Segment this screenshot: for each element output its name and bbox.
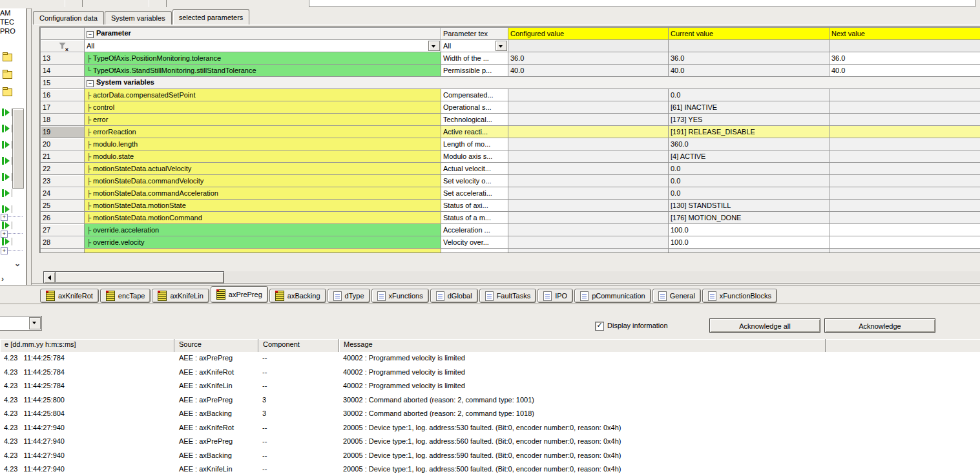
parameter-text-cell[interactable]: Operational s... [441,101,508,114]
axis-icon[interactable] [1,189,13,197]
row-number-cell[interactable]: 18 [41,114,85,126]
parameter-text-cell[interactable]: Length of mo... [441,138,508,150]
next-value-cell[interactable] [829,200,980,212]
sheet-tab-FaultTasks[interactable]: FaultTasks [479,289,537,303]
current-value-cell[interactable]: [130] STANDSTILL [669,200,829,212]
tree-item-label-fragment[interactable]: AM [0,9,11,17]
alarm-row[interactable]: 4.23 11:44:27:940 AEE : axPrePreg -- 200… [0,435,980,450]
parameter-text-cell[interactable]: Active reacti... [441,126,508,138]
parameter-text-cell[interactable] [441,249,508,254]
parameter-text-cell[interactable]: Technological... [441,114,508,126]
axis-icon[interactable] [1,157,13,165]
tree-scroll-down-icon[interactable]: ⌄ [14,259,21,268]
next-value-cell[interactable] [829,175,980,187]
current-value-cell[interactable]: 100.0 [669,224,829,236]
next-value-cell[interactable] [829,187,980,200]
tab-system-variables[interactable]: System variables [105,11,172,25]
next-value-cell[interactable]: 36.0 [829,52,980,65]
dropdown-arrow-icon[interactable] [428,41,440,51]
message-column-header[interactable]: Message [339,339,826,353]
row-number-cell[interactable]: 19 [41,126,85,138]
parameter-name-cell[interactable]: ├modulo.length [85,138,441,150]
current-value-cell[interactable]: [173] YES [669,114,829,126]
parameter-name-cell[interactable]: ├override.velocity [85,236,441,249]
row-number-cell[interactable]: 20 [41,138,85,150]
axis-icon[interactable] [1,125,13,132]
configured-value-cell[interactable] [508,224,669,236]
parameter-name-cell[interactable]: ├control [85,101,441,114]
configured-value-cell[interactable] [508,236,669,249]
parameter-text-cell[interactable]: Set velocity o... [441,175,508,187]
axis-icon[interactable] [1,173,13,181]
toolbar-button-edge[interactable] [65,0,83,7]
axis-icon[interactable] [1,238,13,245]
configured-value-cell[interactable] [508,138,669,150]
scroll-left-button[interactable] [43,271,56,284]
parameter-name-cell[interactable]: ├motionStateData.motionCommand [85,212,441,224]
filter-funnel-icon[interactable] [59,43,66,50]
tree-item-label-fragment[interactable]: PRO [0,27,16,35]
next-value-cell[interactable] [829,224,980,236]
parameter-text-filter-combobox[interactable]: All [441,40,508,52]
parameter-text-cell[interactable]: Modulo axis s... [441,150,508,163]
next-value-cell[interactable] [829,212,980,224]
parameter-text-cell[interactable]: Compensated... [441,89,508,101]
parameter-text-cell[interactable]: Status of a m... [441,212,508,224]
current-value-cell[interactable]: 360.0 [669,138,829,150]
folder-icon[interactable] [3,71,12,79]
row-number-cell[interactable]: 28 [41,236,85,249]
next-value-cell[interactable] [829,163,980,175]
parameter-filter-combobox[interactable]: All [85,40,441,52]
tree-expand-icon[interactable]: + [1,247,8,254]
configured-value-cell[interactable] [508,126,669,138]
configured-value-cell[interactable] [508,89,669,101]
configured-value-cell[interactable] [508,249,669,254]
component-column-header[interactable]: Component [258,339,339,353]
sheet-tab-encTape[interactable]: encTape [100,289,151,303]
parameter-text-cell[interactable]: Permissible p... [441,65,508,77]
row-number-cell[interactable]: 23 [41,175,85,187]
parameter-text-cell[interactable]: Status of axi... [441,200,508,212]
next-value-cell[interactable] [829,138,980,150]
sheet-tab-dGlobal[interactable]: dGlobal [430,289,478,303]
current-value-cell[interactable]: [61] INACTIVE [669,101,829,114]
parameter-text-cell[interactable]: Set accelerati... [441,187,508,200]
configured-value-cell[interactable] [508,175,669,187]
current-value-cell[interactable]: 100.0 [669,236,829,249]
tree-expand-icon[interactable]: + [1,214,8,221]
parameter-name-cell[interactable]: └TypeOfAxis.StandStillMonitoring.stillSt… [85,65,441,77]
tree-scroll-right-icon[interactable]: › [1,274,4,284]
alarm-row[interactable]: 4.23 11:44:25:784 AEE : axKnifeRot -- 40… [0,366,980,380]
configured-value-cell[interactable] [508,150,669,163]
next-value-cell[interactable] [829,150,980,163]
folder-icon[interactable] [3,54,12,61]
folder-icon[interactable] [3,88,12,96]
sheet-tab-axKnifeLin[interactable]: axKnifeLin [152,289,209,303]
sheet-tab-xFunctions[interactable]: xFunctions [371,289,429,303]
current-value-cell[interactable]: 0.0 [669,187,829,200]
current-value-cell[interactable] [669,249,829,254]
sheet-tab-xFunctionBlocks[interactable]: xFunctionBlocks [702,289,777,303]
axis-icon[interactable] [1,222,13,229]
sheet-tab-dType[interactable]: dType [328,289,370,303]
sheet-tab-axBacking[interactable]: axBacking [269,289,326,303]
axis-icon[interactable] [1,205,13,213]
parameter-name-cell[interactable]: ├errorReaction [85,126,441,138]
tree-expand-icon[interactable]: + [1,231,8,238]
parameter-name-cell[interactable]: ├TypeOfAxis.PositionMonitoring.tolerance [85,52,441,65]
parameter-name-cell[interactable]: ├motionStateData.motionState [85,200,441,212]
row-number-cell[interactable] [41,249,85,254]
parameter-name-cell[interactable]: ├actorData.compensatedSetPoint [85,89,441,101]
dropdown-arrow-icon[interactable] [495,41,507,51]
tab-selected-parameters[interactable]: selected parameters [172,9,250,25]
parameter-text-cell[interactable]: Width of the ... [441,52,508,65]
alarm-row[interactable]: 4.23 11:44:27:940 AEE : axKnifeRot -- 20… [0,422,980,436]
toolbar-button-edge[interactable] [149,0,167,7]
row-number-cell[interactable]: 14 [41,65,85,77]
collapse-all-icon[interactable]: − [87,31,94,38]
current-value-cell[interactable]: 0.0 [669,175,829,187]
time-column-header[interactable]: e [dd.mm.yy h:m:s:ms] [0,339,174,353]
current-value-cell[interactable]: [176] MOTION_DONE [669,212,829,224]
next-value-cell[interactable] [829,89,980,101]
acknowledge-all-button[interactable]: Acknowledge all [709,318,820,333]
